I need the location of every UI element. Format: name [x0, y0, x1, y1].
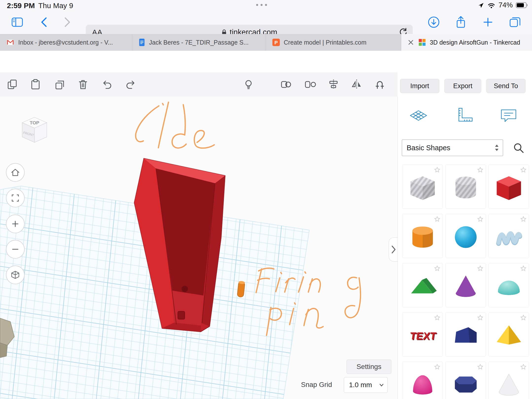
show-all-lightbulb-icon[interactable] [243, 79, 254, 90]
delete-icon[interactable] [77, 79, 89, 90]
chevron-right-icon [390, 245, 397, 254]
roof-icon [407, 270, 439, 302]
ruler-tool-icon[interactable] [454, 105, 475, 126]
edit-toolbar [0, 72, 398, 97]
shape-card-polygon[interactable] [445, 362, 486, 399]
pyramid-icon [493, 319, 525, 351]
tab-label: Inbox - jberes@vcstudent.org - V... [18, 39, 113, 46]
mirror-icon[interactable] [351, 79, 363, 90]
tab-printables[interactable]: P Create model | Printables.com [266, 34, 401, 51]
printables-icon: P [272, 39, 280, 46]
import-button[interactable]: Import [400, 79, 439, 93]
fit-view-button[interactable] [6, 189, 25, 207]
select-arrows-icon [494, 144, 499, 151]
wedge-icon [450, 319, 482, 351]
perspective-toggle-button[interactable] [6, 266, 25, 284]
export-button[interactable]: Export [444, 79, 481, 93]
workplane-tool-icon[interactable] [408, 105, 429, 126]
shape-card-sphere[interactable] [445, 214, 486, 258]
tab-bar: Inbox - jberes@vcstudent.org - V... Jack… [0, 34, 532, 51]
cone-icon [450, 270, 482, 302]
duplicate-icon[interactable] [54, 79, 66, 90]
new-tab-button[interactable] [481, 10, 495, 34]
forward-button[interactable] [61, 10, 74, 34]
sidebar-toggle-button[interactable] [10, 10, 24, 34]
shape-card-paraboloid[interactable] [402, 362, 443, 399]
status-indicators: 74% [478, 1, 528, 9]
snap-grid-value: 1.0 mm [349, 381, 372, 389]
view-cube[interactable]: TOP FRONT [17, 110, 52, 147]
svg-text:P: P [274, 40, 278, 45]
group-icon[interactable] [280, 79, 292, 90]
tab-label: Create model | Printables.com [284, 39, 366, 46]
cylinder-icon [407, 220, 439, 252]
magnet-icon[interactable] [374, 79, 386, 90]
copy-icon[interactable] [6, 79, 18, 90]
snap-grid-select[interactable]: 1.0 mm [344, 377, 388, 393]
shapes-panel: Basic Shapes [398, 97, 532, 399]
tab-overview-button[interactable] [508, 10, 522, 34]
cone-light-icon [493, 368, 525, 399]
shape-card-cone-light[interactable] [488, 362, 529, 399]
paraboloid-icon [407, 368, 439, 399]
shape-card-half-sphere[interactable] [488, 263, 529, 307]
annotation-side-scribble [136, 102, 214, 148]
shape-card-roof[interactable] [402, 263, 443, 307]
shape-card-cylinder-hole[interactable] [445, 165, 486, 209]
google-docs-icon [139, 38, 145, 46]
tab-label: 3D design AirsoftGun - Tinkercad [430, 39, 520, 46]
text-shape-icon: TEXT TEXT [407, 319, 439, 351]
tab-gmail[interactable]: Inbox - jberes@vcstudent.org - V... [0, 34, 132, 51]
search-icon[interactable] [513, 142, 524, 154]
wifi-icon [487, 2, 496, 9]
share-button[interactable] [454, 10, 468, 34]
tinkercad-favicon [418, 39, 426, 46]
status-bar: 2:59 PMThu May 9 74% [0, 0, 532, 10]
shape-category-select[interactable]: Basic Shapes [402, 139, 503, 156]
status-time: 2:59 PMThu May 9 [7, 1, 73, 10]
home-view-button[interactable] [6, 163, 25, 182]
send-to-button[interactable]: Send To [486, 79, 526, 93]
ungroup-icon[interactable] [304, 79, 316, 90]
battery-percent: 74% [499, 1, 513, 9]
redo-icon[interactable] [124, 79, 136, 90]
polygon-icon [450, 368, 482, 399]
tab-tinkercad-active[interactable]: 3D design AirsoftGun - Tinkercad [401, 34, 532, 51]
settings-button[interactable]: Settings [347, 360, 391, 374]
shape-card-pyramid[interactable] [488, 312, 529, 357]
shape-card-box-hole[interactable] [402, 165, 443, 209]
half-sphere-icon [493, 270, 525, 302]
shape-category-value: Basic Shapes [407, 144, 450, 152]
shape-card-cylinder[interactable] [402, 214, 443, 258]
zoom-out-button[interactable] [6, 240, 25, 259]
cylinder-hole-icon [450, 171, 482, 203]
shape-card-text[interactable]: TEXT TEXT [402, 312, 443, 357]
shape-card-scribble[interactable] [488, 214, 529, 258]
align-icon[interactable] [328, 79, 339, 90]
shape-card-cone[interactable] [445, 263, 486, 307]
viewport-3d[interactable]: TOP FRONT Settings Snap Grid 1.0 mm [0, 97, 398, 399]
shape-card-wedge[interactable] [445, 312, 486, 357]
caret-down-icon [380, 383, 383, 386]
box-icon [493, 171, 525, 203]
tinkercad-header: TIN KER CAD AirsoftGun [0, 51, 532, 73]
location-arrow-icon [478, 2, 484, 8]
sphere-icon [450, 220, 482, 252]
zoom-in-button[interactable] [6, 215, 25, 233]
transfer-buttons: Import Export Send To [398, 72, 532, 97]
snap-grid-label: Snap Grid [301, 381, 332, 389]
shape-card-box[interactable] [488, 165, 529, 209]
notes-tool-icon[interactable] [499, 105, 519, 126]
tab-docs[interactable]: Jack Beres - 7E_TDIR_Passage S... [132, 34, 266, 51]
undo-icon[interactable] [101, 79, 113, 90]
paste-icon[interactable] [30, 79, 41, 90]
scribble-icon [493, 220, 525, 252]
svg-text:TEXT: TEXT [409, 330, 437, 342]
multitask-grabber[interactable] [256, 4, 267, 6]
panel-collapse-button[interactable] [389, 237, 398, 262]
close-tab-icon[interactable] [408, 39, 414, 46]
downloads-button[interactable] [427, 10, 441, 34]
gmail-icon [6, 39, 14, 46]
back-button[interactable] [37, 10, 51, 34]
browser-toolbar: AA tinkercad.com [0, 10, 532, 34]
